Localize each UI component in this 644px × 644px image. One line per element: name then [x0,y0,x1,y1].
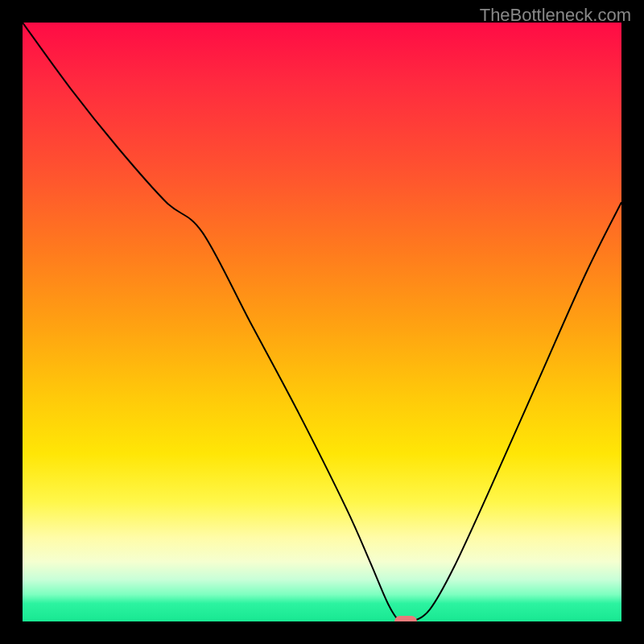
chart-plot-area [23,23,621,621]
chart-min-marker [394,616,417,621]
chart-curve [23,23,621,621]
watermark-text: TheBottleneck.com [480,5,631,26]
chart-line-layer [23,23,621,621]
